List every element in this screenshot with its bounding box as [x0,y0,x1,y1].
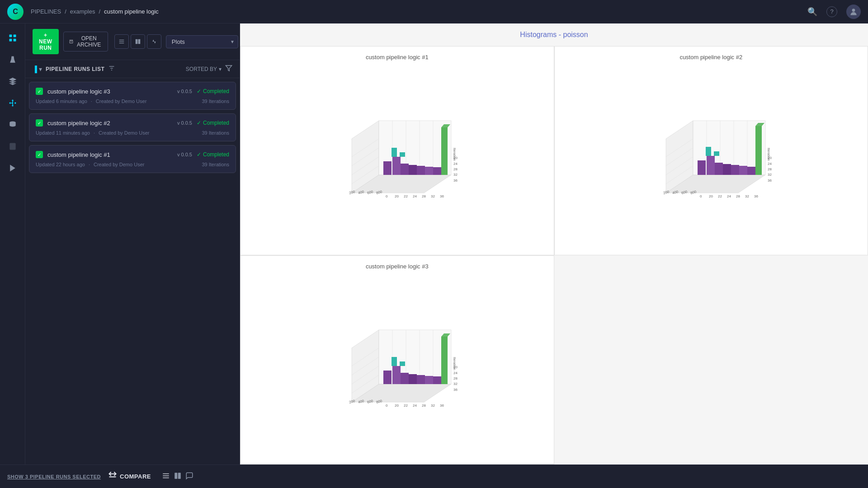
svg-rect-82 [755,126,762,175]
plot-cell-1: custom pipeline logic #1 [240,46,554,255]
svg-text:28: 28 [453,376,458,380]
svg-text:0: 0 [386,404,388,408]
svg-rect-12 [119,40,124,40]
svg-rect-143 [163,475,169,476]
nav-pipelines[interactable] [4,94,22,112]
svg-rect-79 [747,167,755,175]
run-iterations: 39 Iterations [202,162,229,167]
svg-rect-78 [739,166,747,175]
breadcrumb-sep2: / [99,8,100,15]
nav-datasets[interactable] [4,116,22,134]
svg-rect-120 [400,361,405,366]
plot-container-1: 200 400 600 800 0 20 22 24 28 32 36 Iter… [248,66,547,248]
compare-button[interactable]: COMPARE [108,471,151,482]
run-name: custom pipeline logic #1 [47,151,173,158]
run-checkbox[interactable]: ✓ [36,119,43,127]
run-item[interactable]: ✓ custom pipeline logic #1 v 0.0.5 ✓ Com… [29,145,236,173]
logo: C [7,4,24,20]
svg-rect-14 [119,43,124,43]
breadcrumb-sub[interactable]: examples [70,8,95,15]
svg-point-8 [12,105,13,106]
histogram-chart-1: 200 400 600 800 0 20 22 24 28 32 36 Iter… [325,94,469,220]
run-checkbox[interactable]: ✓ [36,151,43,158]
collapse-button[interactable]: ▐ ▾ [33,66,42,73]
nav-dashboard[interactable] [4,29,22,47]
svg-rect-73 [698,160,706,175]
svg-text:24: 24 [453,371,458,375]
nav-deploy[interactable] [4,159,22,177]
new-run-button[interactable]: + NEW RUN [33,29,59,54]
svg-rect-42 [400,152,405,157]
svg-rect-15 [136,39,138,44]
svg-text:32: 32 [431,404,435,408]
svg-rect-41 [392,148,397,157]
nav-models[interactable] [4,72,22,90]
svg-rect-36 [401,164,409,175]
svg-text:24: 24 [413,404,417,408]
chart-view-button[interactable] [147,34,161,49]
svg-text:32: 32 [453,382,458,386]
bottom-panel-icon[interactable] [174,472,182,482]
svg-rect-74 [707,156,715,175]
svg-text:20: 20 [709,194,713,198]
histogram-chart-2: 200 400 600 800 0 20 22 24 28 32 36 Iter… [639,94,783,220]
panel-icon [135,38,141,45]
panel-view-button[interactable] [131,34,145,49]
filter-icon[interactable] [225,65,232,73]
show-selected-link[interactable]: SHOW 3 PIPELINE RUNS SELECTED [7,474,101,479]
top-header: C PIPELINES / examples / custom pipeline… [0,0,868,23]
avatar[interactable] [846,5,861,19]
archive-icon [69,38,73,45]
svg-text:20: 20 [768,156,772,160]
svg-marker-22 [226,66,231,71]
svg-rect-113 [392,366,401,384]
run-item[interactable]: ✓ custom pipeline logic #2 v 0.0.5 ✓ Com… [29,113,236,141]
list-icon [118,38,125,45]
svg-rect-3 [9,39,12,42]
svg-text:0: 0 [700,194,702,198]
breadcrumb-root[interactable]: PIPELINES [31,8,61,15]
svg-rect-115 [409,374,417,384]
svg-text:28: 28 [736,194,740,198]
plots-select[interactable]: Plots Table Details [166,35,238,48]
svg-rect-116 [417,375,425,384]
left-nav [0,23,25,465]
svg-rect-146 [178,473,181,479]
svg-text:32: 32 [431,194,435,198]
run-item-header: ✓ custom pipeline logic #1 v 0.0.5 ✓ Com… [36,151,229,158]
filter-tune-icon[interactable] [108,65,115,73]
plots-title: Histograms - poisson [240,23,868,46]
svg-rect-80 [706,147,711,156]
run-item-header: ✓ custom pipeline logic #2 v 0.0.5 ✓ Com… [36,119,229,127]
svg-rect-16 [138,39,140,44]
nav-reports[interactable] [4,137,22,155]
list-view-button[interactable] [114,34,129,49]
svg-text:24: 24 [413,194,417,198]
open-archive-button[interactable]: OPEN ARCHIVE [63,32,108,52]
svg-text:32: 32 [768,173,772,177]
run-checkbox[interactable]: ✓ [36,88,43,95]
breadcrumb-sep1: / [65,8,66,15]
run-item[interactable]: ✓ custom pipeline logic #3 v 0.0.5 ✓ Com… [29,82,236,110]
svg-rect-4 [13,39,16,42]
svg-rect-81 [714,151,719,156]
help-icon[interactable]: ? [826,6,837,17]
svg-rect-75 [715,163,723,175]
sorted-by-control[interactable]: SORTED BY ▾ [186,66,222,72]
svg-text:36: 36 [768,178,772,183]
run-status: ✓ Completed [197,120,229,126]
run-name: custom pipeline logic #2 [47,120,173,127]
bottom-bar-icons [162,472,193,482]
svg-rect-142 [163,473,169,474]
content-area: + NEW RUN OPEN ARCHIVE [25,23,868,465]
compare-icon [108,471,117,482]
breadcrumb-current: custom pipeline logic [104,8,159,15]
search-icon[interactable]: 🔍 [807,7,817,17]
bottom-list-icon[interactable] [162,472,170,482]
nav-experiments[interactable] [4,51,22,69]
plot-container-2: 200 400 600 800 0 20 22 24 28 32 36 Iter… [562,66,861,248]
header-right: 🔍 ? [807,5,861,19]
svg-point-6 [12,100,13,101]
bottom-chat-icon[interactable] [185,472,193,482]
svg-rect-77 [731,165,739,175]
